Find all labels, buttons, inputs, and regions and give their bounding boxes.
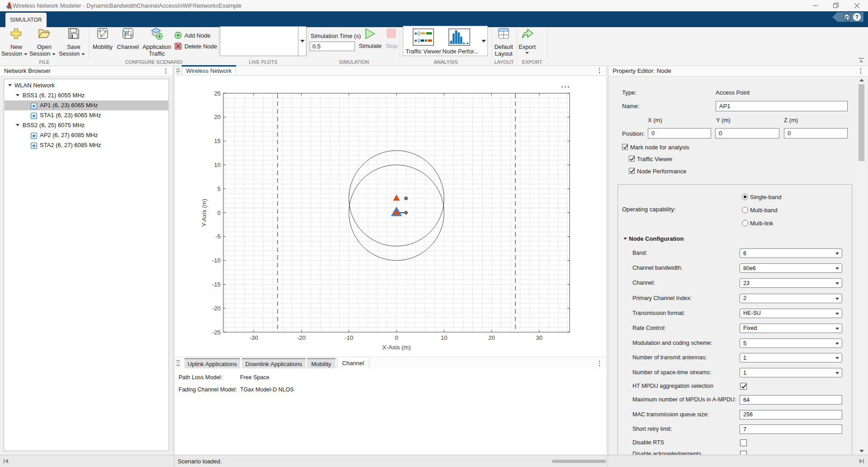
node-performance-checkbox[interactable] <box>629 168 635 174</box>
scroll-down-button[interactable] <box>858 448 865 454</box>
network-browser-menu-button[interactable] <box>163 67 169 75</box>
document-menu-button[interactable] <box>596 67 603 74</box>
window-title: Wireless Network Modeler - DynamicBandwi… <box>13 0 241 11</box>
property-editor-scrollbar[interactable] <box>858 77 865 454</box>
live-plots-dropdown-button[interactable] <box>298 26 307 56</box>
chevron-down-icon <box>24 53 28 55</box>
traffic-viewer-button[interactable]: Traffic Viewer <box>405 27 442 55</box>
section-divider <box>517 29 517 58</box>
restore-button[interactable] <box>828 0 844 11</box>
bottom-panel-menu-button[interactable] <box>596 360 603 367</box>
mobility-icon <box>97 28 108 39</box>
mobility-button[interactable]: Mobility <box>92 27 113 58</box>
live-plots-listbox[interactable] <box>220 26 298 56</box>
single-band-label: Single-band <box>750 194 781 200</box>
skip-to-start-icon <box>3 458 9 464</box>
analysis-gallery-dropdown[interactable] <box>480 26 488 56</box>
tree-item-wlan[interactable]: WLAN Network <box>5 81 168 91</box>
export-button[interactable]: Export <box>518 27 536 58</box>
tree-item-ap2[interactable]: AP2 (6, 27) 6085 MHz <box>5 130 168 140</box>
tab-mobility[interactable]: Mobility <box>307 358 335 368</box>
new-session-button[interactable]: New Session <box>4 27 29 58</box>
application-traffic-button[interactable]: Application Traffic <box>142 27 172 58</box>
application-traffic-label-line1: Application <box>142 43 172 50</box>
property-editor-menu-button[interactable] <box>858 67 864 75</box>
save-session-button[interactable]: Save Session <box>61 27 87 58</box>
scroll-up-button[interactable] <box>858 77 865 83</box>
new-session-label-line1: New <box>4 43 29 50</box>
svg-text:-15: -15 <box>212 281 221 288</box>
x-column-header: X (m) <box>648 117 662 124</box>
collapse-ribbon-button[interactable] <box>857 57 865 64</box>
section-divider <box>218 29 219 58</box>
tree-expander-icon[interactable] <box>16 124 19 126</box>
stop-button[interactable]: Stop <box>385 27 398 50</box>
ribbon: FILE CONFIGURE SCENARIO LIVE PLOTS SIMUL… <box>0 27 868 66</box>
scroll-to-end-button[interactable] <box>858 457 865 465</box>
tree-item-sta2[interactable]: STA2 (6, 27) 6085 MHz <box>5 140 168 150</box>
multi-band-radio[interactable] <box>742 207 748 213</box>
mark-node-checkbox[interactable] <box>622 144 628 150</box>
tab-label: Mobility <box>311 361 331 367</box>
node-configuration-header[interactable]: Node Configuration <box>623 235 736 243</box>
simulation-time-input[interactable]: 0.5 <box>310 42 355 51</box>
fading-channel-model-label: Fading Channel Model: <box>179 386 237 393</box>
single-band-radio[interactable] <box>742 194 748 200</box>
tree-expander-icon[interactable] <box>8 84 12 86</box>
simulate-button[interactable]: Simulate <box>359 27 382 50</box>
active-tab-accent <box>182 65 236 67</box>
delete-node-label: Delete Node <box>184 43 217 50</box>
window-titlebar: Wireless Network Modeler - DynamicBandwi… <box>0 0 868 11</box>
section-divider <box>547 29 547 58</box>
svg-text:-5: -5 <box>215 233 221 240</box>
simulate-label: Simulate <box>358 43 383 49</box>
axes-toolbar-ellipsis[interactable] <box>561 85 571 89</box>
traffic-viewer-checkbox[interactable] <box>629 156 635 162</box>
help-icon[interactable]: ? <box>853 13 861 21</box>
delete-node-button[interactable]: Delete Node <box>175 43 216 50</box>
position-y-input[interactable]: 0 <box>715 128 779 138</box>
traffic-viewer-label: Traffic Viewer <box>403 48 444 55</box>
minimize-button[interactable] <box>807 0 823 11</box>
open-session-button[interactable]: Open Session <box>32 27 57 58</box>
panel-grip[interactable] <box>175 66 181 75</box>
tab-channel[interactable]: Channel <box>337 358 369 368</box>
tab-downlink-applications[interactable]: Downlink Applications <box>242 358 306 368</box>
mark-node-label: Mark node for analysis <box>630 144 689 151</box>
stop-label: Stop <box>385 43 398 49</box>
add-node-button[interactable]: Add Node <box>175 32 216 39</box>
tree-item-label: BSS2 (6, 25) 6075 MHz <box>23 120 85 130</box>
collapse-ribbon-icon <box>857 57 865 64</box>
tree-expander-icon[interactable] <box>16 94 19 96</box>
multi-link-radio[interactable] <box>742 220 748 226</box>
position-z-input[interactable]: 0 <box>784 128 848 138</box>
position-x-input[interactable]: 0 <box>648 128 711 138</box>
save-icon[interactable] <box>844 14 850 20</box>
close-button[interactable] <box>849 0 864 11</box>
scrollbar-thumb[interactable] <box>859 84 864 161</box>
panel-grip[interactable] <box>175 358 181 368</box>
channel-button[interactable]: Channel <box>117 27 139 58</box>
tree-item-label: STA2 (6, 27) 6085 MHz <box>40 140 101 150</box>
horizontal-scrollbar-thumb[interactable] <box>552 460 606 463</box>
app-window: Wireless Network Modeler - DynamicBandwi… <box>0 0 868 467</box>
scroll-to-start-button[interactable] <box>2 457 9 465</box>
tree-item-ap1[interactable]: AP1 (6, 23) 6065 MHz <box>5 100 168 110</box>
matlab-logo-icon <box>6 2 12 10</box>
save-session-label-line2: Session <box>57 50 86 57</box>
tree-item-bss2[interactable]: BSS2 (6, 25) 6075 MHz <box>5 120 168 130</box>
network-plot[interactable]: -30-20-100102030-25-20-15-10-50510152025… <box>175 76 606 357</box>
name-input[interactable]: AP1 <box>716 101 848 111</box>
tree-item-sta1[interactable]: STA1 (6, 23) 6065 MHz <box>5 110 168 120</box>
default-layout-button[interactable]: Default Layout <box>494 27 514 58</box>
tab-uplink-applications[interactable]: Uplink Applications <box>184 358 240 368</box>
chevron-down-icon <box>300 40 305 43</box>
tree-item-bss1[interactable]: BSS1 (6, 21) 6055 MHz <box>5 91 168 100</box>
tab-wireless-network[interactable]: Wireless Network <box>182 66 236 75</box>
node-performance-button[interactable]: Node Perfor... <box>442 27 479 55</box>
tab-simulator[interactable]: SIMULATOR <box>5 13 47 27</box>
section-label-simulation: SIMULATION <box>339 59 369 65</box>
figure-area: -30-20-100102030-25-20-15-10-50510152025… <box>175 76 606 357</box>
channel-icon <box>123 28 133 39</box>
statusbar-divider <box>174 455 175 467</box>
